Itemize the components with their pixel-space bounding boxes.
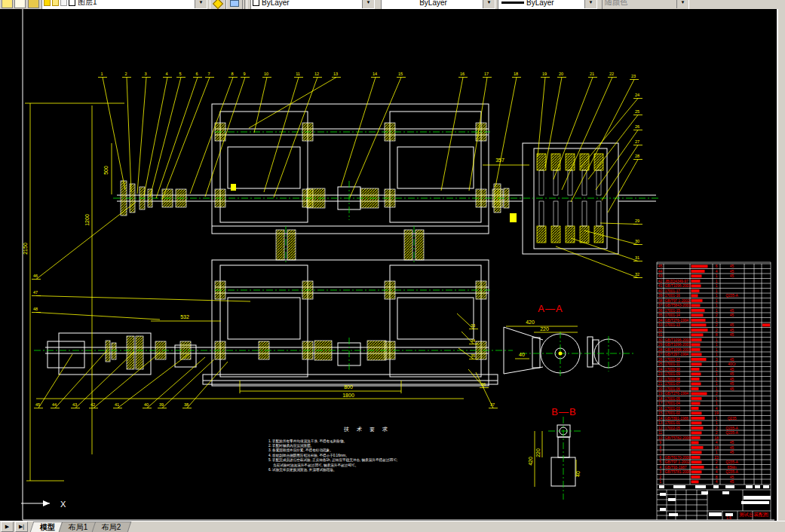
svg-text:24: 24: [635, 93, 639, 97]
chevron-down-icon[interactable]: ▼: [362, 0, 374, 8]
svg-text:Q235-A: Q235-A: [725, 294, 738, 298]
svg-text:17: 17: [484, 72, 489, 76]
svg-text:35: 35: [471, 353, 475, 358]
make-current-icon: [213, 0, 223, 9]
svg-text:27: 27: [635, 139, 639, 144]
toolbar-icon-1[interactable]: [2, 0, 13, 8]
svg-text:GB/T297-1994: GB/T297-1994: [665, 353, 689, 356]
chevron-down-icon[interactable]: ▼: [584, 0, 596, 8]
svg-text:28: 28: [658, 348, 663, 352]
bom-row: 42JB/ZQ4349-971: [658, 280, 718, 283]
svg-text:46: 46: [33, 274, 38, 278]
svg-text:1: 1: [716, 304, 718, 307]
svg-text:2: 2: [716, 329, 718, 332]
part-callout: 8: [190, 72, 238, 194]
svg-text:45: 45: [730, 372, 734, 376]
svg-text:21: 21: [590, 72, 594, 76]
svg-text:19: 19: [658, 392, 663, 396]
svg-text:6: 6: [195, 72, 198, 76]
svg-text:GB/T5781-2000: GB/T5781-2000: [665, 470, 691, 474]
svg-text:19: 19: [542, 72, 547, 76]
svg-text:17001-17: 17001-17: [665, 289, 681, 293]
svg-text:39: 39: [658, 294, 663, 298]
bom-row: 2317001-09145: [658, 372, 734, 376]
model-space-canvas[interactable]: X 12345678910111213141516171819202122232…: [0, 9, 777, 521]
svg-text:22: 22: [658, 378, 663, 381]
svg-text:17001-14: 17001-14: [665, 313, 681, 317]
part-callout: 46: [32, 202, 136, 280]
svg-text:48: 48: [33, 307, 38, 311]
color-combo[interactable]: ByLayer ▼: [250, 0, 375, 9]
layer-combo-value: 图层1: [75, 0, 195, 8]
svg-text:3: 3: [144, 72, 146, 76]
svg-text:35: 35: [658, 313, 663, 317]
lineweight-combo[interactable]: ByLayer ▼: [498, 0, 597, 9]
svg-text:GB/T5782-2000: GB/T5782-2000: [665, 436, 691, 440]
svg-text:45: 45: [730, 264, 734, 268]
bom-row: 1217002-052Q235-A: [658, 427, 739, 430]
svg-text:17001-15: 17001-15: [665, 309, 681, 313]
svg-text:Q235-A: Q235-A: [725, 460, 738, 464]
svg-text:10: 10: [264, 72, 268, 76]
svg-text:2: 2: [124, 72, 127, 76]
svg-text:47: 47: [33, 290, 38, 295]
svg-text:3: 3: [716, 358, 718, 362]
svg-text:15: 15: [658, 411, 663, 415]
svg-text:17001-12: 17001-12: [665, 358, 681, 362]
paint-bucket-icon[interactable]: [28, 0, 39, 8]
svg-text:30: 30: [658, 338, 663, 342]
svg-text:4: 4: [716, 407, 718, 411]
svg-text:4: 4: [716, 480, 718, 484]
dimension-text: 532: [180, 314, 189, 320]
svg-text:45: 45: [730, 480, 734, 484]
tab-layout2[interactable]: 布局2: [91, 521, 130, 532]
svg-text:1: 1: [100, 72, 103, 76]
plotstyle-combo-value: 随颜色: [603, 0, 676, 8]
svg-text:17001-04: 17001-04: [665, 402, 681, 405]
svg-text:1: 1: [716, 274, 718, 278]
tab-nav-next-button[interactable]: ▶: [1, 521, 14, 532]
svg-text:12: 12: [658, 427, 663, 430]
svg-text:39: 39: [159, 402, 164, 407]
tech-notes-title: 技 术 要 求: [343, 427, 391, 433]
tab-nav-last-button[interactable]: ▶|: [15, 521, 28, 532]
layer-combo[interactable]: 图层1 ▼: [41, 0, 207, 9]
linetype-combo[interactable]: ByLayer ▼: [381, 0, 495, 9]
bom-row: 3317001-13245: [658, 323, 770, 327]
toolbar-icon-2[interactable]: [14, 0, 26, 8]
svg-text:23: 23: [631, 74, 636, 78]
svg-text:6: 6: [659, 456, 661, 460]
svg-text:1: 1: [716, 382, 718, 386]
bom-row: 38GB/T97.1-20021: [658, 299, 718, 303]
part-callout: 5: [150, 72, 186, 197]
layer-freeze-icon: [52, 0, 59, 6]
make-object-layer-current-button[interactable]: [210, 0, 226, 9]
dimension-text: 500: [103, 166, 109, 175]
bom-row: 1617001-034: [658, 407, 718, 411]
svg-text:Q235-A: Q235-A: [725, 470, 738, 474]
chevron-down-icon[interactable]: ▼: [483, 0, 495, 8]
svg-text:17001-07: 17001-07: [665, 382, 681, 386]
svg-text:12: 12: [314, 72, 319, 76]
svg-text:8: 8: [231, 72, 233, 76]
layer-previous-button[interactable]: [226, 0, 243, 9]
part-callout: 19: [538, 72, 550, 157]
part-callout: 38: [182, 362, 228, 408]
svg-text:7: 7: [207, 72, 210, 76]
section-label: B—B: [551, 406, 576, 417]
svg-text:8: 8: [716, 333, 718, 337]
bom-row: 45645: [658, 264, 734, 268]
chevron-down-icon[interactable]: ▼: [195, 0, 207, 8]
part-callout: 25: [588, 109, 642, 179]
svg-text:4: 4: [716, 270, 718, 274]
svg-text:34: 34: [471, 338, 475, 343]
bom-row: 43145: [658, 274, 734, 278]
svg-text:14: 14: [658, 417, 663, 420]
bom-row: 9445: [659, 441, 734, 445]
svg-text:33: 33: [658, 323, 663, 327]
part-callout: 37: [476, 372, 498, 408]
tech-note-line: 5. 装配完成后进行空载试验, 正反转各1h, 运转应平稳无冲击, 轴承温升不得…: [268, 457, 397, 463]
object-properties-toolbar: 图层1 ▼ ByLayer ▼ ByLayer ▼ ByLayer ▼ 随颜色 …: [0, 0, 785, 9]
svg-text:18: 18: [658, 397, 663, 401]
svg-text:11: 11: [658, 431, 662, 435]
